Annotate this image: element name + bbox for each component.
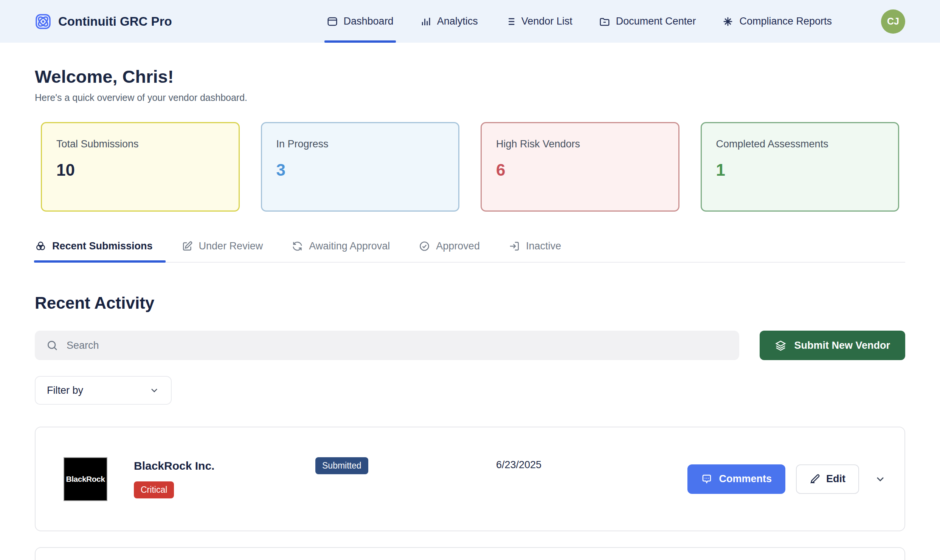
refresh-icon bbox=[292, 240, 303, 252]
stat-value: 3 bbox=[276, 161, 444, 179]
nav-item-analytics[interactable]: Analytics bbox=[420, 0, 478, 43]
tab-label: Recent Submissions bbox=[52, 240, 153, 252]
status-badge: Submitted bbox=[315, 457, 368, 474]
circles-icon bbox=[35, 240, 47, 252]
stat-card-total-submissions: Total Submissions 10 bbox=[41, 122, 240, 212]
activity-toolbar: Submit New Vendor bbox=[35, 331, 905, 360]
welcome-title: Welcome, Chris! bbox=[35, 66, 905, 87]
search-box[interactable] bbox=[35, 331, 739, 360]
stat-card-in-progress: In Progress 3 bbox=[261, 122, 460, 212]
vendor-info: BlackRock Inc. Critical bbox=[134, 459, 315, 498]
vendor-name: BlackRock Inc. bbox=[134, 459, 315, 472]
nav-item-document-center[interactable]: Document Center bbox=[599, 0, 696, 43]
vendor-logo-cell: BlackRock bbox=[64, 457, 134, 501]
tab-approved[interactable]: Approved bbox=[419, 240, 480, 262]
nav-item-compliance-reports[interactable]: Compliance Reports bbox=[722, 0, 832, 43]
search-input[interactable] bbox=[67, 340, 728, 351]
tab-label: Inactive bbox=[526, 240, 561, 252]
vendor-actions: Comments Edit bbox=[687, 464, 886, 494]
vendor-card-partial bbox=[35, 547, 905, 560]
folder-icon bbox=[599, 16, 610, 27]
filter-label: Filter by bbox=[47, 385, 83, 396]
list-icon bbox=[504, 16, 516, 27]
layers-icon bbox=[775, 340, 786, 351]
submit-new-vendor-label: Submit New Vendor bbox=[794, 340, 890, 351]
sign-out-icon bbox=[509, 240, 520, 252]
tab-label: Approved bbox=[436, 240, 480, 252]
tab-label: Under Review bbox=[199, 240, 263, 252]
comment-bubble-icon bbox=[701, 473, 712, 485]
nav-item-label: Document Center bbox=[616, 15, 696, 27]
comments-button[interactable]: Comments bbox=[687, 464, 785, 494]
submit-new-vendor-button[interactable]: Submit New Vendor bbox=[760, 331, 905, 360]
app-title: Continuiti GRC Pro bbox=[58, 14, 172, 29]
asterisk-icon bbox=[722, 16, 734, 27]
check-badge-icon bbox=[419, 240, 430, 252]
status-tabs: Recent Submissions Under Review Awaiting… bbox=[35, 240, 905, 263]
pen-icon bbox=[810, 473, 821, 484]
tab-label: Awaiting Approval bbox=[309, 240, 390, 252]
user-avatar[interactable]: CJ bbox=[881, 9, 905, 34]
nav-item-label: Vendor List bbox=[521, 15, 572, 27]
app-logo-icon bbox=[35, 13, 51, 30]
vendor-logo: BlackRock bbox=[64, 457, 107, 501]
welcome-section: Welcome, Chris! Here's a quick overview … bbox=[35, 66, 905, 103]
nav-item-dashboard[interactable]: Dashboard bbox=[327, 0, 394, 43]
search-icon bbox=[46, 339, 58, 351]
nav-item-vendor-list[interactable]: Vendor List bbox=[504, 0, 572, 43]
tab-awaiting-approval[interactable]: Awaiting Approval bbox=[292, 240, 390, 262]
stat-label: In Progress bbox=[276, 138, 444, 150]
risk-badge: Critical bbox=[134, 481, 174, 498]
stat-value: 10 bbox=[56, 161, 224, 179]
pencil-square-icon bbox=[181, 240, 193, 252]
stat-cards-row: Total Submissions 10 In Progress 3 High … bbox=[41, 122, 899, 212]
expand-chevron-icon[interactable] bbox=[874, 473, 886, 485]
stat-value: 1 bbox=[716, 161, 884, 179]
window-icon bbox=[327, 16, 338, 27]
brand: Continuiti GRC Pro bbox=[35, 13, 172, 30]
filter-dropdown[interactable]: Filter by bbox=[35, 376, 172, 405]
vendor-card: BlackRock BlackRock Inc. Critical Submit… bbox=[35, 427, 905, 531]
vendor-logo-text: BlackRock bbox=[66, 475, 105, 484]
stat-card-high-risk-vendors: High Risk Vendors 6 bbox=[481, 122, 679, 212]
edit-button[interactable]: Edit bbox=[796, 464, 859, 494]
main-nav: Dashboard Analytics Vendor List bbox=[327, 0, 832, 43]
tab-under-review[interactable]: Under Review bbox=[181, 240, 263, 262]
chevron-down-icon bbox=[149, 385, 160, 396]
bar-chart-icon bbox=[420, 16, 431, 27]
top-navigation-bar: Continuiti GRC Pro Dashboard Analytics bbox=[0, 0, 940, 43]
welcome-subtitle: Here's a quick overview of your vendor d… bbox=[35, 92, 905, 103]
tab-inactive[interactable]: Inactive bbox=[509, 240, 561, 262]
stat-card-completed-assessments: Completed Assessments 1 bbox=[701, 122, 900, 212]
dashboard-main: Welcome, Chris! Here's a quick overview … bbox=[0, 66, 940, 560]
recent-activity-title: Recent Activity bbox=[35, 294, 905, 312]
stat-value: 6 bbox=[496, 161, 664, 179]
nav-item-label: Compliance Reports bbox=[739, 15, 832, 27]
tab-recent-submissions[interactable]: Recent Submissions bbox=[35, 240, 153, 262]
edit-label: Edit bbox=[826, 473, 845, 485]
stat-label: Total Submissions bbox=[56, 138, 224, 150]
stat-label: Completed Assessments bbox=[716, 138, 884, 150]
vendor-date: 6/23/2025 bbox=[496, 459, 687, 471]
nav-item-label: Analytics bbox=[437, 15, 478, 27]
comments-label: Comments bbox=[719, 473, 772, 485]
nav-item-label: Dashboard bbox=[344, 15, 394, 27]
stat-label: High Risk Vendors bbox=[496, 138, 664, 150]
